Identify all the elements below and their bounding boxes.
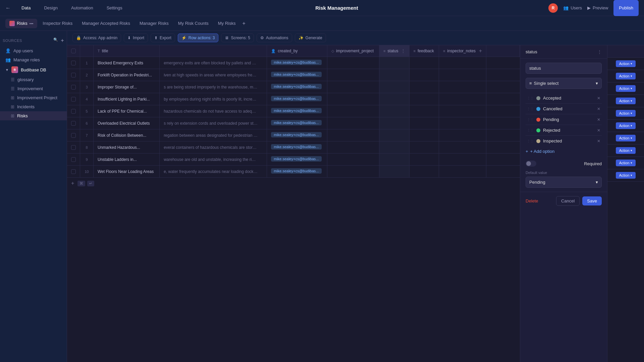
row-title-cell[interactable]: Lack of PPE for Chemical... [94, 105, 160, 117]
row-checkbox[interactable] [71, 97, 76, 102]
col-improvement-project[interactable]: ◇ improvement_project [327, 45, 379, 57]
row-checkbox[interactable] [71, 121, 76, 126]
required-toggle[interactable] [526, 161, 536, 167]
col-status[interactable]: ≡ status ⋮ [379, 45, 409, 57]
row-feedback-cell[interactable] [409, 105, 439, 117]
row-title-cell[interactable]: Improper Storage of... [94, 81, 160, 93]
panel-menu-icon[interactable]: ⋮ [597, 49, 602, 54]
remove-option-button[interactable]: ✕ [597, 96, 600, 101]
col-inspector-notes[interactable]: ≡ inspector_notes + [439, 45, 486, 57]
row-created-by-cell[interactable]: mike.sealey+cs@budibas... [267, 57, 327, 69]
drag-handle-icon[interactable]: ⋮⋮ [527, 139, 534, 143]
tab-manager-accepted[interactable]: Manager Accepted Risks [78, 19, 134, 28]
row-status-cell[interactable] [379, 166, 409, 178]
remove-option-button[interactable]: ✕ [597, 107, 600, 111]
drag-handle-icon[interactable]: ⋮⋮ [527, 118, 534, 121]
option-label[interactable]: Accepted [543, 96, 594, 101]
row-inspector-notes-cell[interactable] [439, 69, 486, 81]
option-label[interactable]: Rejected [543, 128, 594, 133]
row-action-button[interactable]: Action▾ [616, 122, 636, 129]
row-created-by-cell[interactable]: mike.sealey+cs@budibas... [267, 105, 327, 117]
row-action-button[interactable]: Action▾ [616, 85, 636, 92]
row-title-cell[interactable]: Blocked Emergency Exits [94, 57, 160, 69]
drag-handle-icon[interactable]: ⋮⋮ [527, 96, 534, 100]
col-feedback[interactable]: ≡ feedback [409, 45, 439, 57]
tab-risks[interactable]: Risks ••• [5, 19, 37, 28]
tab-manager-risks[interactable]: Manager Risks [136, 19, 173, 28]
row-feedback-cell[interactable] [409, 117, 439, 129]
row-status-cell[interactable] [379, 105, 409, 117]
nav-automation[interactable]: Automation [68, 4, 96, 12]
tab-risks-dots[interactable]: ••• [30, 21, 34, 25]
row-improvement-project-cell[interactable] [327, 154, 379, 166]
row-created-by-cell[interactable]: mike.sealey+cs@budibas... [267, 69, 327, 81]
remove-option-button[interactable]: ✕ [597, 128, 600, 133]
row-inspector-notes-cell[interactable] [439, 81, 486, 93]
save-button[interactable]: Save [582, 196, 602, 205]
row-checkbox[interactable] [71, 61, 76, 65]
add-option-button[interactable]: + + Add option [520, 146, 607, 157]
row-status-cell[interactable] [379, 69, 409, 81]
row-improvement-project-cell[interactable] [327, 93, 379, 105]
sidebar-search-icon[interactable]: 🔍 [53, 38, 58, 44]
default-value-select[interactable]: Pending ▾ [526, 177, 602, 188]
row-action-button[interactable]: Action▾ [616, 98, 636, 104]
row-checkbox[interactable] [71, 133, 76, 138]
users-button[interactable]: 👥 Users [563, 5, 582, 10]
select-all-checkbox[interactable] [71, 49, 76, 53]
export-button[interactable]: ⬆ Export [151, 34, 175, 42]
row-inspector-notes-cell[interactable] [439, 154, 486, 166]
row-inspector-notes-cell[interactable] [439, 141, 486, 154]
row-feedback-cell[interactable] [409, 93, 439, 105]
tab-inspector-risks[interactable]: Inspector Risks [39, 19, 76, 28]
option-label[interactable]: Pending [543, 117, 594, 122]
preview-button[interactable]: ▶ Preview [587, 5, 608, 10]
sidebar-item-glossary[interactable]: ☰ glossary [0, 75, 67, 84]
sidebar-item-risks[interactable]: ⊞ Risks [0, 111, 67, 120]
add-tab-button[interactable]: + [242, 20, 245, 26]
row-status-cell[interactable] [379, 141, 409, 154]
row-description-cell[interactable]: by employees during night shifts is poor… [160, 93, 267, 105]
tab-my-risk-counts[interactable]: My Risk Counts [174, 19, 213, 28]
delete-button[interactable]: Delete [526, 198, 538, 203]
row-action-button[interactable]: Action▾ [616, 160, 636, 166]
row-title-cell[interactable]: Unmarked Hazardous... [94, 141, 160, 154]
row-description-cell[interactable]: iven at high speeds in areas where emplo… [160, 69, 267, 81]
field-type-select[interactable]: ≡ Single select ▾ [526, 78, 602, 89]
option-label[interactable]: Inspected [543, 138, 594, 143]
nav-design[interactable]: Design [41, 4, 60, 12]
row-checkbox[interactable] [71, 145, 76, 150]
sidebar-item-app-users[interactable]: 👤 App users [0, 46, 67, 55]
row-status-cell[interactable] [379, 93, 409, 105]
row-improvement-project-cell[interactable] [327, 57, 379, 69]
row-action-button[interactable]: Action▾ [616, 110, 636, 117]
sidebar-item-improvement[interactable]: ☰ Improvement [0, 84, 67, 93]
row-improvement-project-cell[interactable] [327, 129, 379, 141]
row-feedback-cell[interactable] [409, 69, 439, 81]
automations-button[interactable]: ⚙ Automations [257, 34, 292, 42]
row-description-cell[interactable]: regation between areas designated for pe… [160, 129, 267, 141]
sidebar-item-manage-roles[interactable]: 👥 Manage roles [0, 55, 67, 64]
drag-handle-icon[interactable]: ⋮⋮ [527, 107, 534, 111]
sidebar-budibase-db[interactable]: ▼ B Budibase DB [0, 64, 67, 75]
row-inspector-notes-cell[interactable] [439, 93, 486, 105]
row-description-cell[interactable]: e, water frequently accumulates near loa… [160, 166, 267, 178]
row-title-cell[interactable]: Overloaded Electrical Outlets [94, 117, 160, 129]
row-created-by-cell[interactable]: mike.sealey+cs@budibas... [267, 93, 327, 105]
row-created-by-cell[interactable]: mike.sealey+cs@budibas... [267, 166, 327, 178]
row-title-cell[interactable]: Wet Floors Near Loading Areas [94, 166, 160, 178]
row-action-button[interactable]: Action▾ [616, 73, 636, 79]
row-feedback-cell[interactable] [409, 141, 439, 154]
access-button[interactable]: 🔒 Access: App admin [72, 34, 121, 42]
row-actions-button[interactable]: ⚡ Row actions: 3 [178, 34, 219, 42]
row-feedback-cell[interactable] [409, 154, 439, 166]
tab-my-risks[interactable]: My Risks [214, 19, 240, 28]
row-feedback-cell[interactable] [409, 57, 439, 69]
sidebar-add-button[interactable]: + [61, 38, 64, 44]
row-created-by-cell[interactable]: mike.sealey+cs@budibas... [267, 117, 327, 129]
row-description-cell[interactable]: warehouse are old and unstable, increasi… [160, 154, 267, 166]
row-action-button[interactable]: Action▾ [616, 135, 636, 141]
row-inspector-notes-cell[interactable] [439, 166, 486, 178]
publish-button[interactable]: Publish [613, 0, 639, 16]
option-label[interactable]: Cancelled [543, 106, 594, 111]
